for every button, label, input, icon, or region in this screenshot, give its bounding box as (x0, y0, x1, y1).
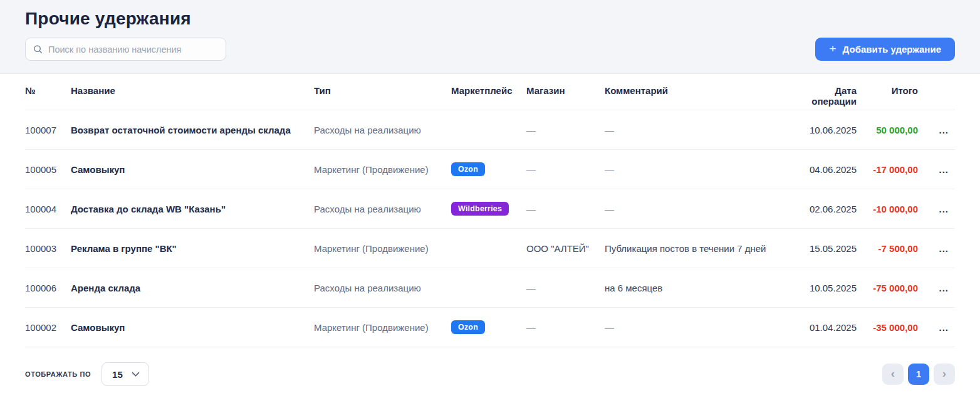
row-name: Аренда склада (71, 283, 314, 293)
row-actions-menu-icon[interactable]: ... (939, 168, 949, 172)
deductions-table: № Название Тип Маркетплейс Магазин Комме… (0, 74, 980, 347)
row-total: -7 500,00 (857, 243, 918, 254)
row-total: 50 000,00 (857, 125, 918, 135)
row-number: 100002 (25, 322, 71, 333)
row-date: 15.05.2025 (803, 243, 857, 254)
search-icon (33, 45, 43, 54)
ozon-badge: Ozon (451, 320, 485, 334)
row-shop: ООО "АЛТЕЙ" (526, 243, 605, 254)
table-header-row: № Название Тип Маркетплейс Магазин Комме… (25, 74, 955, 110)
row-name: Самовыкуп (71, 322, 314, 333)
search-box[interactable] (25, 38, 226, 61)
row-number: 100003 (25, 243, 71, 254)
ozon-badge: Ozon (451, 162, 485, 176)
row-date: 01.04.2025 (803, 322, 857, 333)
row-actions-menu-icon[interactable]: ... (939, 247, 949, 251)
pagination-next-button[interactable]: › (934, 364, 955, 385)
per-page-value: 15 (112, 369, 123, 380)
header-shop: Магазин (526, 85, 605, 96)
row-date: 10.05.2025 (803, 283, 857, 293)
row-actions-menu-icon[interactable]: ... (939, 286, 949, 290)
wildberries-badge: Wildberries (451, 202, 509, 216)
row-comment: — (605, 204, 803, 214)
row-shop: — (526, 322, 605, 333)
row-shop: — (526, 204, 605, 214)
row-type: Расходы на реализацию (314, 125, 451, 135)
row-total: -35 000,00 (857, 322, 918, 333)
row-total: -10 000,00 (857, 204, 918, 214)
row-comment: — (605, 125, 803, 135)
add-deduction-button[interactable]: + Добавить удержание (815, 38, 955, 61)
pagination-page-1-button[interactable]: 1 (908, 364, 929, 385)
table-footer: ОТОБРАЖАТЬ ПО 15 ‹ 1 › (0, 347, 980, 386)
header-date: Дата операции (803, 85, 857, 107)
row-name: Доставка до склада WB "Казань" (71, 204, 314, 214)
row-date: 02.06.2025 (803, 204, 857, 214)
row-number: 100007 (25, 125, 71, 135)
header-comment: Комментарий (605, 85, 803, 96)
row-number: 100004 (25, 204, 71, 214)
pagination-prev-button[interactable]: ‹ (882, 364, 904, 385)
row-date: 04.06.2025 (803, 164, 857, 175)
table-row: 100003 Реклама в группе "ВК" Маркетинг (… (25, 229, 955, 268)
row-number: 100005 (25, 164, 71, 175)
row-type: Расходы на реализацию (314, 204, 451, 214)
row-shop: — (526, 283, 605, 293)
add-deduction-label: Добавить удержание (843, 44, 941, 55)
row-total: -75 000,00 (857, 283, 918, 293)
row-actions-menu-icon[interactable]: ... (939, 326, 949, 330)
row-actions-menu-icon[interactable]: ... (939, 207, 949, 211)
header-number: № (25, 85, 71, 96)
row-actions-menu-icon[interactable]: ... (939, 128, 949, 132)
per-page-select[interactable]: 15 (102, 362, 149, 386)
row-comment: на 6 месяцев (605, 283, 803, 293)
row-type: Маркетинг (Продвижение) (314, 164, 451, 175)
search-input[interactable] (48, 45, 218, 55)
row-type: Маркетинг (Продвижение) (314, 322, 451, 333)
row-comment: Публикация постов в течении 7 дней (605, 243, 803, 254)
per-page-label: ОТОБРАЖАТЬ ПО (25, 370, 91, 378)
table-row: 100002 Самовыкуп Маркетинг (Продвижение)… (25, 308, 955, 347)
page-header: Прочие удержания + Добавить удержание (0, 0, 980, 74)
header-total: Итого (857, 85, 918, 96)
plus-icon: + (829, 43, 836, 55)
row-name: Возврат остаточной стоимости аренды скла… (71, 125, 314, 135)
header-type: Тип (314, 85, 451, 96)
table-row: 100004 Доставка до склада WB "Казань" Ра… (25, 189, 955, 229)
row-comment: — (605, 164, 803, 175)
row-shop: — (526, 164, 605, 175)
row-number: 100006 (25, 283, 71, 293)
row-total: -17 000,00 (857, 164, 918, 175)
table-row: 100007 Возврат остаточной стоимости арен… (25, 110, 955, 150)
table-row: 100005 Самовыкуп Маркетинг (Продвижение)… (25, 150, 955, 189)
row-type: Расходы на реализацию (314, 283, 451, 293)
row-comment: — (605, 322, 803, 333)
row-name: Самовыкуп (71, 164, 314, 175)
header-name: Название (71, 85, 314, 96)
header-marketplace: Маркетплейс (451, 85, 526, 96)
chevron-down-icon (132, 369, 140, 377)
row-shop: — (526, 125, 605, 135)
row-date: 10.06.2025 (803, 125, 857, 135)
row-type: Маркетинг (Продвижение) (314, 243, 451, 254)
pagination: ‹ 1 › (882, 364, 955, 385)
row-name: Реклама в группе "ВК" (71, 243, 314, 254)
table-row: 100006 Аренда склада Расходы на реализац… (25, 268, 955, 308)
page-title: Прочие удержания (25, 9, 955, 29)
